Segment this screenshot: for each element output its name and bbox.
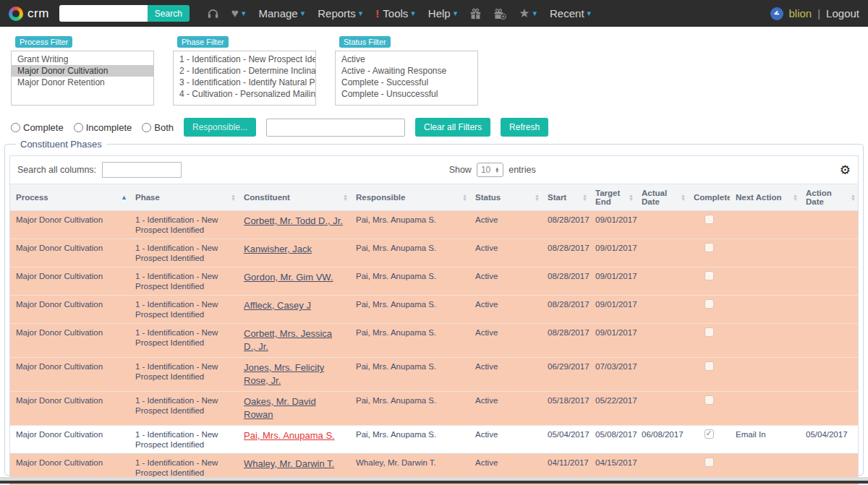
bottom-bar — [0, 481, 868, 484]
cell-constituent: Affleck, Casey J — [238, 296, 350, 324]
complete-checkbox[interactable] — [705, 327, 714, 337]
cell-phase: 1 - Identification - New Prospect Identi… — [129, 392, 238, 426]
constituent-link[interactable]: Affleck, Casey J — [244, 300, 311, 311]
constituent-link[interactable]: Jones, Mrs. Felicity Rose, Jr. — [244, 362, 324, 386]
sort-asc-icon: ▲ — [121, 194, 127, 201]
filter-option[interactable]: Complete - Unsuccessful — [336, 88, 477, 100]
radio-circle-icon[interactable] — [74, 123, 83, 132]
cell-constituent: Kanwisher, Jack — [238, 239, 350, 267]
constituent-link[interactable]: Gordon, Mr. Gim VW. — [244, 272, 333, 283]
complete-checkbox[interactable] — [705, 395, 714, 405]
constituent-phases-table: Process▲Phase▲▼Constituent▲▼Responsible▲… — [10, 184, 858, 485]
cell-status: Active — [469, 426, 542, 454]
complete-checkbox[interactable] — [705, 429, 714, 439]
favorites-heart-menu[interactable]: ♥ ▾ — [231, 7, 246, 20]
top-navbar: crm Search ♥ ▾ Manage ▾ Reports ▾ ! Tool… — [0, 0, 868, 27]
cell-next-action — [730, 211, 800, 239]
constituent-link[interactable]: Corbett, Mr. Todd D., Jr. — [244, 215, 343, 226]
page-length-select[interactable]: 10 ▲▼ — [477, 163, 503, 177]
filter-option[interactable]: 3 - Identification - Identify Natural Pa… — [174, 77, 315, 88]
menu-reports[interactable]: Reports ▾ — [318, 7, 362, 20]
complete-checkbox[interactable] — [705, 215, 714, 224]
starred-menu[interactable]: ★ ▾ — [519, 7, 537, 20]
column-header-start[interactable]: Start▲▼ — [542, 184, 590, 211]
logout-link[interactable]: Logout — [826, 7, 859, 20]
column-header-responsible[interactable]: Responsible▲▼ — [350, 184, 469, 211]
sort-both-icon: ▲▼ — [582, 194, 587, 201]
complete-checkbox[interactable] — [705, 271, 714, 280]
filter-option[interactable]: Major Donor Retention — [12, 77, 153, 88]
cell-target-end: 09/01/2017 — [590, 296, 636, 324]
gift-icon[interactable] — [469, 8, 482, 20]
constituent-link[interactable]: Oakes, Mr. David Rowan — [244, 396, 316, 420]
column-header-phase[interactable]: Phase▲▼ — [129, 184, 238, 211]
column-header-target-end[interactable]: Target End▲▼ — [590, 184, 636, 211]
column-header-next-action[interactable]: Next Action▲▼ — [730, 184, 800, 211]
nav-search-input[interactable] — [59, 5, 148, 22]
user-avatar-icon[interactable] — [770, 7, 783, 20]
filter-option[interactable]: 2 - Identification - Determine Inclinati… — [174, 65, 315, 77]
filter-option[interactable]: Grant Writing — [12, 53, 153, 65]
menu-manage[interactable]: Manage ▾ — [258, 7, 305, 20]
constituent-link[interactable]: Kanwisher, Jack — [244, 244, 312, 254]
complete-checkbox[interactable] — [705, 299, 714, 309]
radio-circle-icon[interactable] — [142, 123, 151, 132]
radio-both[interactable]: Both — [142, 122, 174, 133]
cell-responsible: Pai, Mrs. Anupama S. — [350, 267, 469, 296]
table-row: Major Donor Cultivation1 - Identificatio… — [10, 324, 858, 358]
username-link[interactable]: blion — [789, 7, 812, 20]
radio-circle-icon[interactable] — [11, 123, 20, 132]
filter-option[interactable]: Active - Awaiting Response — [336, 65, 477, 77]
radio-complete[interactable]: Complete — [11, 122, 64, 133]
filter-option[interactable]: Major Donor Cultivation — [12, 65, 153, 77]
constituent-link[interactable]: Whaley, Mr. Darwin T. — [244, 458, 334, 469]
cell-constituent: Oakes, Mr. David Rowan — [238, 392, 350, 426]
cell-actual-date — [636, 358, 688, 392]
crm-logo[interactable]: crm — [9, 7, 49, 21]
column-header-process[interactable]: Process▲ — [10, 184, 129, 211]
responsible-button[interactable]: Responsible... — [184, 118, 256, 137]
headphones-icon[interactable] — [207, 8, 219, 20]
search-all-columns-input[interactable] — [102, 162, 182, 178]
filter-option[interactable]: Complete - Successful — [336, 77, 477, 88]
process-filter-list[interactable]: Grant WritingMajor Donor CultivationMajo… — [11, 51, 154, 106]
sort-both-icon: ▲▼ — [629, 194, 634, 201]
refresh-button[interactable]: Refresh — [501, 118, 548, 137]
complete-checkbox[interactable] — [705, 243, 714, 252]
column-header-complete[interactable]: Complete — [688, 184, 730, 211]
cell-action-date: 05/04/2017 — [800, 426, 858, 454]
status-filter-list[interactable]: ActiveActive - Awaiting ResponseComplete… — [335, 51, 478, 106]
filter-option[interactable]: Active — [336, 53, 477, 65]
filter-option[interactable]: 4 - Cultivation - Personalized Mailing — [174, 88, 315, 100]
gift-add-icon[interactable] — [493, 8, 506, 20]
cell-start: 05/04/2017 — [542, 426, 590, 454]
table-shell: Search all columns: Show 10 ▲▼ entries ⚙… — [9, 155, 859, 485]
filter-option[interactable]: 1 - Identification - New Prospect Identi… — [174, 53, 315, 65]
menu-help[interactable]: Help ▾ — [428, 7, 457, 20]
constituent-link[interactable]: Pai, Mrs. Anupama S. — [244, 430, 335, 441]
chevron-down-icon: ▾ — [301, 9, 305, 18]
menu-tools[interactable]: ! Tools ▾ — [375, 7, 415, 20]
phase-filter-list[interactable]: 1 - Identification - New Prospect Identi… — [173, 51, 316, 106]
gear-icon[interactable]: ⚙ — [840, 163, 851, 178]
clear-filters-button[interactable]: Clear all Filters — [415, 118, 490, 137]
constituent-link[interactable]: Corbett, Mrs. Jessica D., Jr. — [244, 328, 332, 352]
complete-checkbox[interactable] — [705, 361, 714, 371]
cell-process: Major Donor Cultivation — [10, 211, 129, 239]
cell-constituent: Corbett, Mr. Todd D., Jr. — [238, 211, 350, 239]
responsible-input[interactable] — [266, 119, 405, 137]
sort-both-icon: ▲▼ — [851, 194, 856, 201]
cell-target-end: 09/01/2017 — [590, 211, 636, 239]
column-header-status[interactable]: Status▲▼ — [469, 184, 542, 211]
cell-complete — [688, 296, 730, 324]
sort-both-icon: ▲▼ — [793, 194, 798, 201]
complete-checkbox[interactable] — [705, 458, 714, 467]
column-header-constituent[interactable]: Constituent▲▼ — [238, 184, 350, 211]
cell-actual-date — [636, 239, 688, 267]
column-header-action-date[interactable]: Action Date▲▼ — [800, 184, 858, 211]
menu-recent[interactable]: Recent ▾ — [550, 7, 591, 20]
radio-incomplete[interactable]: Incomplete — [74, 122, 132, 133]
process-filter-group: Process Filter Grant WritingMajor Donor … — [11, 35, 154, 106]
column-header-actual-date[interactable]: Actual Date▲▼ — [636, 184, 688, 211]
nav-search-button[interactable]: Search — [148, 5, 190, 22]
